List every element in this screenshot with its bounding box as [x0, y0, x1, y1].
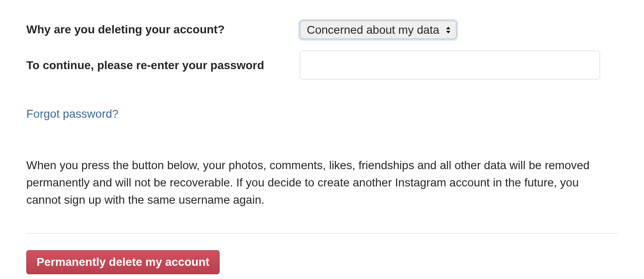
reason-row: Why are you deleting your account? Conce…	[26, 21, 618, 39]
divider	[26, 233, 618, 234]
password-input[interactable]	[300, 51, 600, 79]
reason-select[interactable]: Concerned about my data	[300, 21, 456, 39]
reason-input-col: Concerned about my data	[300, 21, 618, 39]
delete-warning-text: When you press the button below, your ph…	[26, 157, 614, 209]
password-input-col	[300, 51, 618, 79]
forgot-password-link[interactable]: Forgot password?	[26, 107, 118, 121]
password-label: To continue, please re-enter your passwo…	[26, 59, 264, 72]
delete-account-button[interactable]: Permanently delete my account	[26, 250, 220, 274]
password-row: To continue, please re-enter your passwo…	[26, 51, 618, 79]
reason-label: Why are you deleting your account?	[26, 23, 225, 36]
password-label-col: To continue, please re-enter your passwo…	[26, 51, 300, 73]
reason-label-col: Why are you deleting your account?	[26, 22, 300, 37]
